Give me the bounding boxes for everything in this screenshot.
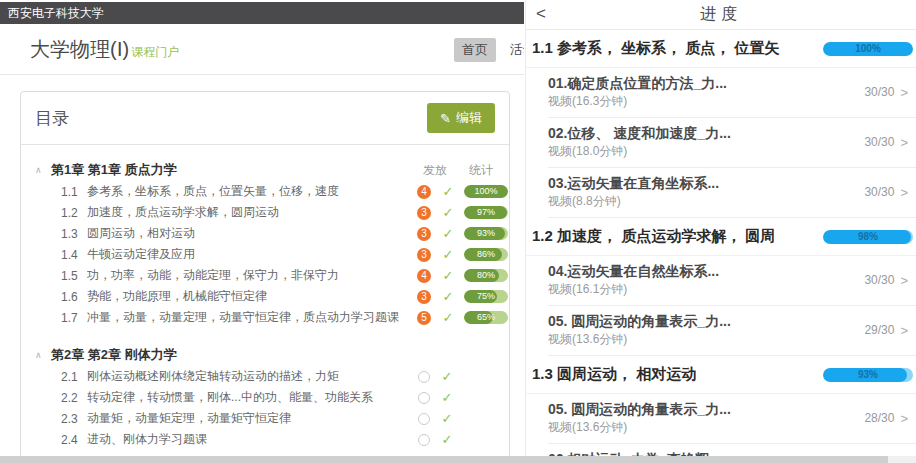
lesson-item[interactable]: 03.运动矢量在直角坐标系... 视频(8.8分钟) 30/30 > [548, 168, 916, 218]
progress-value: 100% [464, 185, 508, 198]
section-progress-pill: 93% [823, 368, 913, 382]
release-count-badge: 3 [417, 248, 431, 262]
item-title: 圆周运动，相对运动 [87, 225, 195, 242]
catalog-item-1-7[interactable]: 1.7 冲量，动量，动量定理，动量守恒定律，质点动力学习题课 5 ✓ 65% [35, 307, 504, 328]
progress-value: 80% [464, 269, 508, 282]
item-number: 1.1 [61, 185, 87, 199]
check-icon: ✓ [440, 369, 454, 384]
catalog-item-2-1[interactable]: 2.1 刚体运动概述刚体绕定轴转动运动的描述，力矩 ✓ [35, 366, 504, 387]
chevron-right-icon: > [900, 85, 908, 100]
lesson-score: 30/30 [864, 185, 894, 199]
release-count-badge: 4 [417, 185, 431, 199]
lesson-title: 05. 圆周运动的角量表示_力... [548, 401, 731, 418]
section-progress-value: 93% [823, 368, 913, 382]
section-header[interactable]: 1.2 加速度， 质点运动学求解， 圆周 98% [526, 218, 916, 256]
check-icon: ✓ [441, 289, 455, 304]
lesson-title: 04.运动矢量在自然坐标系... [548, 263, 719, 280]
progress-pill: 65% [464, 311, 508, 324]
catalog-item-2-2[interactable]: 2.2 转动定律，转动惯量，刚体...中的功、能量、功能关系 ✓ [35, 387, 504, 408]
horizontal-scrollbar[interactable] [0, 456, 916, 463]
pencil-icon: ✎ [440, 111, 451, 126]
chevron-right-icon: > [900, 411, 908, 426]
progress-value: 93% [464, 227, 508, 240]
section-progress-value: 100% [823, 42, 913, 56]
chevron-right-icon: > [900, 273, 908, 288]
lesson-score: 29/30 [864, 323, 894, 337]
check-icon: ✓ [441, 226, 455, 241]
lesson-item[interactable]: 05. 圆周运动的角量表示_力... 视频(13.6分钟) 28/30 > [548, 394, 916, 444]
progress-panel-header: < 进度 [526, 0, 916, 30]
section-header[interactable]: 1.1 参考系， 坐标系， 质点， 位置矢 100% [526, 30, 916, 68]
lesson-title: 02.位移、 速度和加速度_力... [548, 125, 731, 142]
chapter-title: 第2章 第2章 刚体力学 [51, 346, 177, 364]
catalog-title: 目录 [35, 107, 69, 130]
check-icon: ✓ [440, 432, 454, 447]
release-count-badge: 3 [417, 206, 431, 220]
check-icon: ✓ [440, 390, 454, 405]
chapter-title: 第1章 第1章 质点力学 [51, 161, 177, 179]
check-icon: ✓ [441, 247, 455, 262]
lesson-title: 03.运动矢量在直角坐标系... [548, 175, 719, 192]
release-empty-circle [418, 413, 430, 425]
item-number: 2.3 [61, 412, 87, 426]
catalog-body: ∧ 第1章 第1章 质点力学 发放 统计 1.1 参考系，坐标系，质点，位置矢量… [21, 145, 509, 460]
check-icon: ✓ [441, 268, 455, 283]
lesson-meta: 视频(16.1分钟) [548, 282, 719, 297]
lesson-item[interactable]: 04.运动矢量在自然坐标系... 视频(16.1分钟) 30/30 > [548, 256, 916, 306]
course-portal-window: 西安电子科技大学 大学物理(Ⅰ) 课程门户 首页 活动 目录 ✎ 编辑 ∧ 第1… [0, 0, 524, 463]
collapse-icon[interactable]: ∧ [35, 350, 51, 360]
collapse-icon[interactable]: ∧ [35, 165, 51, 175]
nav-tabs: 首页 活动 [454, 38, 524, 62]
item-title: 动量矩，动量矩定理，动量矩守恒定律 [87, 410, 291, 427]
item-title: 转动定律，转动惯量，刚体...中的功、能量、功能关系 [87, 389, 373, 406]
chapter-2-header[interactable]: ∧ 第2章 第2章 刚体力学 [35, 344, 504, 366]
chapter-2: ∧ 第2章 第2章 刚体力学 2.1 刚体运动概述刚体绕定轴转动运动的描述，力矩… [35, 344, 504, 450]
item-number: 2.1 [61, 370, 87, 384]
lesson-item[interactable]: 01.确定质点位置的方法_力... 视频(16.3分钟) 30/30 > [548, 68, 916, 118]
catalog-item-1-2[interactable]: 1.2 加速度，质点运动学求解，圆周运动 3 ✓ 97% [35, 202, 504, 223]
section-title: 1.3 圆周运动， 相对运动 [532, 365, 696, 384]
progress-pill: 97% [464, 206, 508, 219]
tab-home[interactable]: 首页 [454, 38, 496, 62]
catalog-item-1-3[interactable]: 1.3 圆周运动，相对运动 3 ✓ 93% [35, 223, 504, 244]
item-number: 1.7 [61, 311, 87, 325]
progress-value: 75% [464, 290, 508, 303]
edit-button[interactable]: ✎ 编辑 [427, 103, 495, 133]
release-count-badge: 3 [417, 290, 431, 304]
column-headers: 发放 统计 [412, 162, 504, 179]
item-title: 参考系，坐标系，质点，位置矢量，位移，速度 [87, 183, 339, 200]
lesson-item[interactable]: 02.位移、 速度和加速度_力... 视频(18.0分钟) 30/30 > [548, 118, 916, 168]
chapter-1: ∧ 第1章 第1章 质点力学 发放 统计 1.1 参考系，坐标系，质点，位置矢量… [35, 159, 504, 328]
check-icon: ✓ [441, 310, 455, 325]
release-empty-circle [418, 434, 430, 446]
back-icon[interactable]: < [536, 4, 546, 24]
scrollbar-thumb[interactable] [0, 456, 888, 463]
catalog-item-1-5[interactable]: 1.5 功，功率，动能，动能定理，保守力，非保守力 4 ✓ 80% [35, 265, 504, 286]
item-title: 牛顿运动定律及应用 [87, 246, 195, 263]
catalog-card-header: 目录 ✎ 编辑 [21, 92, 509, 145]
catalog-item-1-6[interactable]: 1.6 势能，功能原理，机械能守恒定律 3 ✓ 75% [35, 286, 504, 307]
catalog-item-1-1[interactable]: 1.1 参考系，坐标系，质点，位置矢量，位移，速度 4 ✓ 100% [35, 181, 504, 202]
section-progress-value: 98% [823, 230, 913, 244]
progress-pill: 93% [464, 227, 508, 240]
release-count-badge: 4 [417, 269, 431, 283]
progress-panel-title: 进度 [700, 4, 742, 25]
catalog-item-2-3[interactable]: 2.3 动量矩，动量矩定理，动量矩守恒定律 ✓ [35, 408, 504, 429]
lesson-title: 01.确定质点位置的方法_力... [548, 75, 727, 92]
chapter-1-header[interactable]: ∧ 第1章 第1章 质点力学 发放 统计 [35, 159, 504, 181]
check-icon: ✓ [440, 411, 454, 426]
catalog-item-1-4[interactable]: 1.4 牛顿运动定律及应用 3 ✓ 86% [35, 244, 504, 265]
progress-pill: 75% [464, 290, 508, 303]
lesson-title: 05. 圆周运动的角量表示_力... [548, 313, 731, 330]
section-header[interactable]: 1.3 圆周运动， 相对运动 93% [526, 356, 916, 394]
course-title: 大学物理(Ⅰ) [30, 36, 129, 63]
lesson-meta: 视频(13.6分钟) [548, 420, 731, 435]
catalog-item-2-4[interactable]: 2.4 进动、刚体力学习题课 ✓ [35, 429, 504, 450]
section-title: 1.2 加速度， 质点运动学求解， 圆周 [532, 227, 775, 246]
lesson-item[interactable]: 05. 圆周运动的角量表示_力... 视频(13.6分钟) 29/30 > [548, 306, 916, 356]
chevron-right-icon: > [900, 185, 908, 200]
release-count-badge: 3 [417, 227, 431, 241]
tab-activity[interactable]: 活动 [510, 41, 524, 59]
section-progress-pill: 100% [823, 42, 913, 56]
item-title: 功，功率，动能，动能定理，保守力，非保守力 [87, 267, 339, 284]
